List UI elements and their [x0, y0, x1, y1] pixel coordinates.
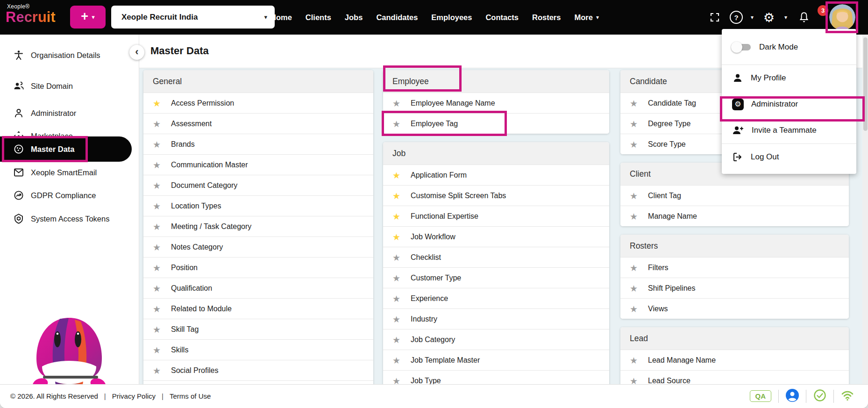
master-data-item[interactable]: Location Types: [143, 195, 373, 216]
master-data-item[interactable]: Functional Expertise: [383, 206, 609, 226]
privacy-policy-link[interactable]: Privacy Policy: [112, 392, 156, 400]
dark-mode-toggle-item[interactable]: Dark Mode: [722, 36, 856, 59]
sidebar-item-organisation-details[interactable]: Organisation Details: [0, 45, 135, 65]
master-data-item[interactable]: Job Category: [383, 329, 609, 350]
star-icon[interactable]: [153, 242, 161, 252]
star-icon[interactable]: [392, 335, 400, 345]
master-data-item[interactable]: Industry: [383, 308, 609, 329]
star-icon[interactable]: [153, 222, 161, 232]
master-data-item[interactable]: Client Tag: [620, 185, 849, 206]
star-icon[interactable]: [630, 283, 638, 293]
star-icon[interactable]: [392, 232, 400, 242]
sidebar-item-system-access-tokens[interactable]: System Access Tokens: [0, 208, 135, 229]
fullscreen-icon[interactable]: [703, 12, 726, 23]
star-icon[interactable]: [392, 191, 400, 201]
user-avatar[interactable]: [829, 4, 855, 30]
star-icon[interactable]: [392, 119, 400, 129]
star-icon[interactable]: [153, 139, 161, 150]
star-icon[interactable]: [153, 283, 161, 293]
menu-item-invite-a-teammate[interactable]: Invite a Teammate: [722, 117, 856, 143]
master-data-item[interactable]: Qualification: [143, 278, 373, 298]
collapse-sidebar-button[interactable]: [129, 45, 144, 60]
nav-item-employees[interactable]: Employees: [431, 13, 472, 22]
star-icon[interactable]: [153, 160, 161, 170]
sidebar-item-xeople-smartemail[interactable]: Xeople SmartEmail: [0, 162, 135, 183]
master-data-item[interactable]: Communication Master: [143, 154, 373, 175]
star-icon[interactable]: [153, 263, 161, 273]
master-data-item[interactable]: Job Template Master: [383, 350, 609, 370]
nav-item-clients[interactable]: Clients: [306, 13, 331, 22]
master-data-item[interactable]: Application Form: [383, 165, 609, 185]
star-icon[interactable]: [153, 119, 161, 129]
brand-recruit-logo[interactable]: Recruit: [6, 9, 56, 26]
dark-mode-switch[interactable]: [732, 43, 752, 51]
star-icon[interactable]: [153, 365, 161, 376]
star-icon[interactable]: [630, 119, 638, 129]
sidebar-item-gdpr-compliance[interactable]: GDPR Compliance: [0, 185, 135, 206]
master-data-item[interactable]: Social Profiles: [143, 360, 373, 380]
master-data-item[interactable]: Shift Pipelines: [620, 278, 849, 298]
master-data-item[interactable]: Employee Tag: [383, 113, 609, 134]
nav-item-rosters[interactable]: Rosters: [532, 13, 561, 22]
master-data-item[interactable]: Job Workflow: [383, 226, 609, 247]
chevron-down-icon[interactable]: [746, 14, 758, 21]
nav-item-home[interactable]: Home: [270, 13, 292, 22]
star-icon[interactable]: [392, 252, 400, 263]
quick-add-button[interactable]: +: [70, 6, 106, 29]
settings-gear-icon[interactable]: [758, 11, 780, 24]
master-data-item[interactable]: Brands: [143, 134, 373, 154]
chevron-down-icon[interactable]: [780, 14, 792, 21]
master-data-item[interactable]: Views: [620, 298, 849, 319]
star-icon[interactable]: [630, 355, 638, 365]
star-icon[interactable]: [153, 201, 161, 211]
nav-item-jobs[interactable]: Jobs: [345, 13, 363, 22]
master-data-item[interactable]: Checklist: [383, 247, 609, 267]
star-icon[interactable]: [630, 191, 638, 201]
master-data-item[interactable]: Position: [143, 257, 373, 278]
master-data-item[interactable]: Experience: [383, 288, 609, 308]
master-data-item[interactable]: Meeting / Task Category: [143, 216, 373, 236]
star-icon[interactable]: [630, 263, 638, 273]
star-icon[interactable]: [153, 304, 161, 314]
star-icon[interactable]: [630, 139, 638, 150]
star-icon[interactable]: [153, 98, 161, 108]
master-data-item[interactable]: Filters: [620, 257, 849, 278]
nav-item-more[interactable]: More: [574, 13, 598, 22]
sidebar-item-administrator[interactable]: Administrator: [0, 103, 135, 123]
sync-check-icon[interactable]: [813, 389, 826, 404]
star-icon[interactable]: [392, 211, 400, 222]
terms-of-use-link[interactable]: Terms of Use: [170, 392, 211, 400]
master-data-item[interactable]: Document Category: [143, 175, 373, 195]
master-data-item[interactable]: Lead Manage Name: [620, 350, 849, 370]
menu-item-my-profile[interactable]: My Profile: [722, 65, 856, 91]
menu-item-log-out[interactable]: Log Out: [722, 144, 856, 170]
nav-item-candidates[interactable]: Candidates: [376, 13, 418, 22]
master-data-item[interactable]: Customise Split Screen Tabs: [383, 185, 609, 206]
star-icon[interactable]: [392, 355, 400, 365]
star-icon[interactable]: [392, 314, 400, 324]
master-data-item[interactable]: Related to Module: [143, 298, 373, 319]
scrollbar-thumb[interactable]: [863, 37, 868, 131]
star-icon[interactable]: [630, 304, 638, 314]
star-icon[interactable]: [392, 170, 400, 180]
wifi-connection-icon[interactable]: [841, 389, 854, 404]
star-icon[interactable]: [392, 273, 400, 283]
menu-item-administrator[interactable]: Administrator: [722, 91, 856, 117]
help-icon[interactable]: [726, 11, 746, 24]
star-icon[interactable]: [392, 293, 400, 304]
star-icon[interactable]: [153, 324, 161, 335]
star-icon[interactable]: [153, 180, 161, 191]
vertical-scrollbar[interactable]: [862, 35, 868, 384]
master-data-item[interactable]: Customer Type: [383, 267, 609, 288]
nav-item-contacts[interactable]: Contacts: [485, 13, 519, 22]
sidebar-item-master-data[interactable]: Master Data: [0, 136, 132, 162]
master-data-item[interactable]: Skills: [143, 339, 373, 360]
user-status-icon[interactable]: [786, 389, 799, 404]
star-icon[interactable]: [630, 98, 638, 108]
star-icon[interactable]: [630, 211, 638, 222]
master-data-item[interactable]: Skill Tag: [143, 319, 373, 339]
master-data-item[interactable]: Manage Name: [620, 206, 849, 226]
master-data-item[interactable]: Access Permission: [143, 93, 373, 113]
notifications-bell-icon[interactable]: [792, 11, 816, 23]
master-data-item[interactable]: Notes Category: [143, 236, 373, 257]
